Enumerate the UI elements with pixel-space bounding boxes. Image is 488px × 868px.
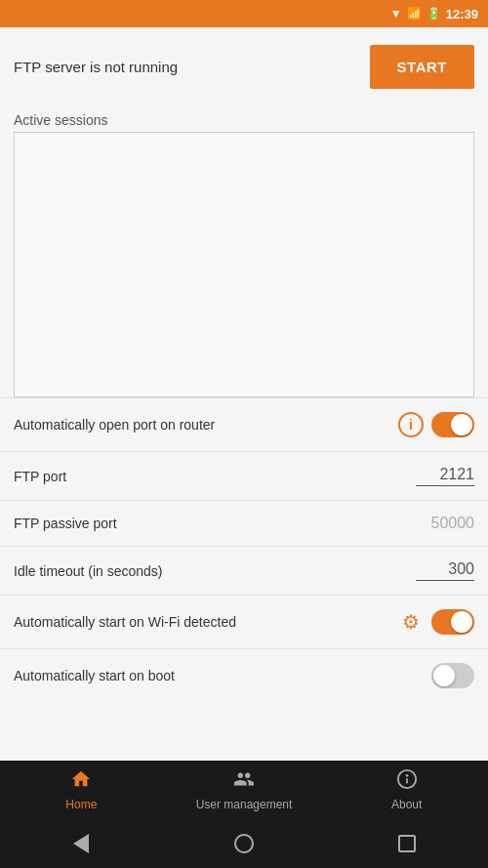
server-status-row: FTP server is not running START — [0, 27, 488, 106]
setting-ftp-passive-port: FTP passive port 50000 — [0, 500, 488, 546]
setting-label-ftp-port: FTP port — [14, 469, 416, 484]
setting-value-ftp-port[interactable]: 2121 — [416, 466, 474, 486]
nav-item-about[interactable]: About — [325, 761, 488, 819]
toggle-auto-open-port[interactable] — [431, 412, 474, 437]
home-circle-icon — [234, 834, 254, 853]
toggle-thumb-boot — [433, 665, 455, 686]
nav-label-user-management: User management — [196, 798, 293, 811]
signal-icon: 📶 — [407, 7, 422, 21]
toggle-auto-start-boot[interactable] — [431, 663, 474, 688]
bottom-nav: Home User management About — [0, 761, 488, 819]
toggle-container-auto-start-wifi: ⚙ — [398, 609, 474, 635]
wifi-icon: ▼ — [390, 7, 402, 21]
setting-ftp-port: FTP port 2121 — [0, 451, 488, 500]
setting-auto-open-port: Automatically open port on router i — [0, 397, 488, 451]
battery-icon: 🔋 — [427, 7, 441, 21]
gear-icon-auto-start-wifi[interactable]: ⚙ — [398, 609, 424, 635]
start-button[interactable]: START — [370, 45, 474, 89]
nav-label-about: About — [391, 798, 422, 811]
toggle-auto-start-wifi[interactable] — [431, 609, 474, 635]
setting-auto-start-boot: Automatically start on boot — [0, 648, 488, 702]
server-status-text: FTP server is not running — [14, 59, 178, 75]
toggle-container-auto-open-port: i — [398, 412, 474, 437]
setting-auto-start-wifi: Automatically start on Wi-Fi detected ⚙ — [0, 595, 488, 648]
recents-icon — [398, 835, 416, 852]
info-icon-auto-open-port[interactable]: i — [398, 412, 424, 437]
nav-label-home: Home — [65, 798, 97, 811]
nav-item-home[interactable]: Home — [0, 761, 163, 819]
about-icon — [396, 768, 418, 795]
setting-label-auto-start-wifi: Automatically start on Wi-Fi detected — [14, 614, 398, 630]
system-nav — [0, 819, 488, 868]
nav-item-user-management[interactable]: User management — [163, 761, 326, 819]
home-button[interactable] — [229, 829, 259, 858]
status-time: 12:39 — [446, 7, 478, 21]
status-bar: ▼ 📶 🔋 12:39 — [0, 0, 488, 27]
setting-label-ftp-passive-port: FTP passive port — [14, 516, 416, 531]
setting-label-auto-open-port: Automatically open port on router — [14, 417, 398, 433]
setting-idle-timeout: Idle timeout (in seconds) 300 — [0, 546, 488, 595]
user-management-icon — [233, 768, 255, 795]
setting-value-ftp-passive-port[interactable]: 50000 — [416, 515, 474, 532]
recents-button[interactable] — [392, 829, 422, 858]
main-content: FTP server is not running START Active s… — [0, 27, 488, 761]
active-sessions-label: Active sessions — [0, 106, 488, 132]
home-icon — [70, 768, 92, 795]
back-button[interactable] — [66, 829, 96, 858]
active-sessions-box — [14, 132, 474, 397]
toggle-thumb-wifi — [451, 611, 472, 633]
setting-label-idle-timeout: Idle timeout (in seconds) — [14, 563, 416, 579]
toggle-thumb — [451, 414, 472, 435]
setting-value-idle-timeout[interactable]: 300 — [416, 560, 474, 581]
setting-label-auto-start-boot: Automatically start on boot — [14, 668, 431, 683]
back-icon — [73, 834, 89, 853]
